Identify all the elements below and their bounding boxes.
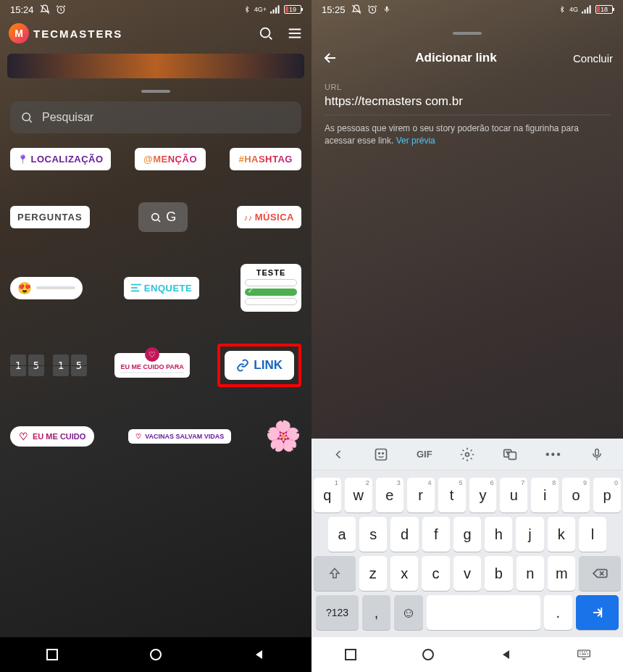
key-u[interactable]: u7	[500, 478, 527, 513]
key-r[interactable]: r4	[407, 478, 435, 513]
key-t[interactable]: t5	[438, 478, 466, 513]
key-comma[interactable]: ,	[362, 595, 390, 630]
done-button[interactable]: Concluir	[573, 52, 613, 65]
sticker-cuido-para[interactable]: ♡ EU ME CUIDO PARA	[114, 353, 189, 378]
nav-back[interactable]	[252, 647, 267, 662]
key-p[interactable]: p0	[593, 478, 621, 513]
kb-gif-button[interactable]: GIF	[417, 449, 432, 460]
mic-icon	[383, 4, 390, 14]
key-q[interactable]: q1	[314, 478, 341, 513]
sticker-mention[interactable]: @MENÇÃO	[135, 148, 206, 170]
signal-icon	[582, 5, 592, 14]
key-x[interactable]: x	[390, 556, 418, 591]
back-button[interactable]	[322, 49, 339, 67]
heart-eyes-icon: 😍	[17, 281, 32, 295]
sticker-poll[interactable]: ENQUETE	[124, 277, 199, 299]
sticker-flower[interactable]: 🌸	[265, 419, 301, 453]
key-s[interactable]: s	[359, 517, 387, 552]
nav-recents[interactable]	[343, 647, 358, 662]
sticker-questions[interactable]: PERGUNTAS	[10, 206, 90, 228]
key-period[interactable]: .	[544, 595, 572, 630]
network-label: 4G	[569, 6, 578, 13]
alarm-icon	[56, 4, 66, 14]
key-w[interactable]: w2	[345, 478, 372, 513]
key-g[interactable]: g	[453, 517, 481, 552]
svg-point-12	[151, 650, 161, 660]
key-h[interactable]: h	[485, 517, 512, 552]
kb-translate-icon[interactable]	[503, 447, 517, 462]
svg-point-6	[22, 113, 30, 121]
status-time: 15:25	[322, 4, 346, 15]
kb-mic-icon[interactable]	[590, 447, 603, 462]
search-icon[interactable]	[258, 25, 274, 41]
alarm-icon	[367, 4, 377, 14]
sticker-hashtag[interactable]: #HASHTAG	[230, 148, 301, 170]
svg-point-21	[382, 452, 384, 454]
preview-link[interactable]: Ver prévia	[396, 136, 435, 146]
key-y[interactable]: y6	[469, 478, 497, 513]
key-j[interactable]: j	[516, 517, 543, 552]
key-d[interactable]: d	[390, 517, 418, 552]
sticker-emoji-slider[interactable]: 😍	[10, 277, 83, 299]
sticker-music[interactable]: MÚSICA	[237, 206, 301, 228]
svg-rect-19	[376, 449, 387, 460]
keyboard-row-2: asdfghjkl	[314, 517, 621, 552]
kb-more-icon[interactable]: •••	[545, 448, 562, 461]
key-f[interactable]: f	[422, 517, 450, 552]
svg-point-5	[261, 28, 270, 38]
search-input[interactable]	[42, 111, 291, 124]
nav-home[interactable]	[149, 647, 163, 662]
sticker-gif[interactable]: G	[138, 202, 188, 232]
link-icon	[236, 359, 249, 372]
key-k[interactable]: k	[548, 517, 575, 552]
sticker-eu-me-cuido[interactable]: ♡ EU ME CUIDO	[10, 426, 94, 447]
sticker-vacinas[interactable]: ♡ VACINAS SALVAM VIDAS	[128, 429, 231, 444]
kb-settings-icon[interactable]	[460, 447, 474, 462]
sheet-handle-icon[interactable]	[141, 90, 170, 93]
sticker-quiz[interactable]: TESTE	[241, 264, 301, 312]
key-z[interactable]: z	[359, 556, 387, 591]
key-l[interactable]: l	[579, 517, 606, 552]
key-n[interactable]: n	[517, 556, 544, 591]
sticker-location[interactable]: LOCALIZAÇÃO	[10, 148, 111, 170]
status-bar-left: 15:24 4G+ 19	[0, 0, 312, 19]
svg-point-7	[152, 213, 159, 220]
kb-collapse-icon[interactable]	[331, 447, 346, 462]
key-b[interactable]: b	[485, 556, 512, 591]
key-symbols[interactable]: ?123	[316, 595, 359, 630]
key-e[interactable]: e3	[376, 478, 404, 513]
nav-keyboard-hide[interactable]	[577, 647, 591, 662]
key-v[interactable]: v	[453, 556, 481, 591]
nav-home[interactable]	[421, 647, 435, 662]
key-a[interactable]: a	[328, 517, 356, 552]
svg-rect-17	[587, 7, 588, 13]
svg-rect-3	[275, 7, 277, 13]
keyboard-row-3: zxcvbnm	[314, 556, 621, 591]
key-enter[interactable]	[576, 595, 619, 630]
menu-icon[interactable]	[287, 25, 303, 41]
key-backspace[interactable]	[579, 556, 621, 591]
key-o[interactable]: o9	[562, 478, 590, 513]
svg-rect-25	[595, 449, 598, 455]
url-hint: As pessoas que virem o seu story poderão…	[325, 123, 610, 147]
sticker-clock[interactable]: 1 5 1 5	[10, 354, 87, 376]
nav-recents[interactable]	[45, 647, 59, 662]
sheet-handle-icon[interactable]	[453, 32, 482, 35]
svg-rect-26	[346, 650, 356, 660]
key-shift[interactable]	[314, 556, 356, 591]
key-i[interactable]: i8	[531, 478, 559, 513]
url-input[interactable]: https://tecmasters com.br	[325, 91, 610, 115]
sticker-link[interactable]: LINK	[225, 351, 294, 380]
banner-ad[interactable]	[7, 54, 304, 78]
kb-sticker-icon[interactable]	[374, 447, 388, 462]
status-time: 15:24	[10, 4, 34, 15]
svg-rect-16	[585, 9, 586, 14]
sticker-search[interactable]	[10, 101, 301, 133]
key-m[interactable]: m	[548, 556, 575, 591]
key-c[interactable]: c	[422, 556, 449, 591]
signal-icon	[270, 5, 280, 14]
add-link-header: Adicionar link Concluir	[312, 19, 623, 72]
nav-back[interactable]	[499, 647, 514, 662]
key-space[interactable]	[427, 595, 540, 630]
key-emoji[interactable]: ☺	[394, 595, 422, 630]
